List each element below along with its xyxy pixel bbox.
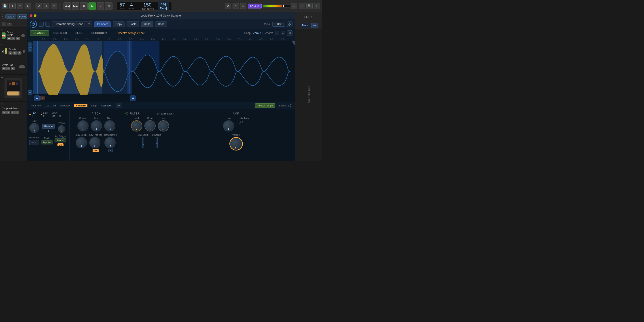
wf-pen-button[interactable]: ✏ bbox=[28, 90, 32, 95]
mixer-button[interactable]: ⊞ bbox=[43, 3, 50, 9]
solaris-toggle[interactable] bbox=[23, 50, 25, 53]
qs-power-button[interactable]: ⏻ bbox=[30, 20, 37, 28]
loop-start-forward-button[interactable]: ▶ bbox=[34, 96, 40, 101]
playback-mode-dropdown[interactable]: Forward bbox=[74, 104, 88, 107]
bend-range-knob[interactable] bbox=[104, 137, 116, 148]
filter-type[interactable]: LP 12dB Lush ↕ bbox=[157, 112, 174, 115]
qs-minimize-button[interactable] bbox=[34, 14, 36, 17]
arrange-button[interactable]: ⊡ bbox=[299, 3, 305, 9]
cycle-button[interactable]: ↻ bbox=[105, 2, 112, 10]
key-tracking-knob[interactable] bbox=[89, 137, 100, 148]
add-track-button[interactable]: + bbox=[2, 22, 6, 26]
lfo1-tab[interactable]: LFO 1 bbox=[29, 112, 38, 118]
wf-bounce-button[interactable]: ⟲ bbox=[28, 48, 32, 52]
gear-button[interactable]: ⚙ bbox=[287, 30, 292, 36]
midi-button[interactable]: 1234 ⚠ bbox=[248, 4, 262, 8]
chopped-brass-mute[interactable]: M bbox=[2, 111, 6, 114]
file-name[interactable]: Orchestra Strings 27.caf bbox=[116, 32, 144, 35]
tab-one-shot[interactable]: ONE SHOT bbox=[50, 30, 71, 36]
time-signature-display[interactable]: 4/4 Dmaj bbox=[158, 1, 169, 11]
close-transport-button[interactable]: ✕ bbox=[225, 3, 231, 9]
coarse-knob[interactable] bbox=[77, 120, 88, 132]
root-key-value[interactable]: C#3 bbox=[45, 104, 50, 107]
drum-synth-mute[interactable]: M bbox=[7, 37, 11, 40]
paste-button[interactable]: Paste bbox=[126, 22, 139, 27]
cutoff-knob[interactable] bbox=[131, 120, 142, 132]
synth-pad-record[interactable]: R bbox=[11, 67, 15, 70]
midi-track-button[interactable]: S bbox=[7, 23, 12, 26]
fine-knob[interactable] bbox=[91, 120, 102, 132]
link-button[interactable]: 🔗 bbox=[287, 22, 292, 27]
solaris-play-btn[interactable]: ▶ bbox=[2, 50, 4, 53]
volume-knob[interactable] bbox=[230, 137, 243, 150]
fade-in-button[interactable]: Fade In bbox=[42, 124, 54, 129]
save-button[interactable]: 💾 bbox=[2, 3, 8, 9]
speed-down[interactable]: ▼ bbox=[290, 106, 292, 107]
waveform-canvas[interactable]: ▶ ✕ ◀ bbox=[33, 41, 295, 102]
env-depth-pitch-knob[interactable] bbox=[76, 137, 87, 148]
pencil-button[interactable]: ✏ bbox=[232, 3, 239, 9]
loop-end-back-button[interactable]: ◀ bbox=[130, 96, 136, 101]
snap-value[interactable]: Zero-X ↕ bbox=[253, 32, 264, 35]
right-link-button[interactable]: ⟺ bbox=[311, 23, 318, 28]
synth-pad-solo[interactable]: S bbox=[6, 67, 10, 70]
drum-synth-solo[interactable]: S bbox=[12, 37, 16, 40]
chopped-brass-record[interactable]: R bbox=[11, 111, 15, 114]
undo-button[interactable]: Undo bbox=[141, 22, 154, 27]
stop-button[interactable]: ■ bbox=[80, 2, 88, 10]
copy-button[interactable]: Copy bbox=[113, 22, 125, 27]
tab-slice[interactable]: SLICE bbox=[72, 30, 87, 36]
reso-knob[interactable] bbox=[144, 120, 156, 132]
functions-button[interactable]: Functions ▾ bbox=[17, 14, 27, 18]
nav-next-button[interactable]: › bbox=[46, 22, 50, 26]
nav-prev-button[interactable]: ‹ bbox=[39, 22, 44, 26]
loop-value[interactable]: Alternate ↕ bbox=[101, 104, 113, 107]
help-button[interactable]: ? bbox=[17, 3, 23, 9]
download-button[interactable]: ⬇ bbox=[24, 3, 31, 9]
solaris-record[interactable]: R bbox=[18, 52, 22, 54]
filter-power-button[interactable] bbox=[126, 112, 128, 115]
mod-matrix-tab[interactable]: MOD MATRIX bbox=[52, 112, 67, 118]
pan-knob[interactable] bbox=[223, 120, 234, 132]
polyphony-value[interactable]: 8 ▲ ▼ bbox=[238, 120, 249, 124]
preset-dropdown[interactable]: Dramatic String Drone ▾ bbox=[52, 21, 92, 27]
follow-tempo-button[interactable]: Follow Tempo bbox=[255, 103, 275, 108]
speed-value[interactable]: 1 bbox=[288, 104, 289, 107]
tab-classic[interactable]: CLASSIC bbox=[30, 30, 49, 36]
synth-pad-mute[interactable]: M bbox=[2, 67, 6, 70]
record-button[interactable]: ● bbox=[96, 2, 104, 10]
tab-recorder[interactable]: RECORDER bbox=[88, 30, 111, 36]
sidebar-cursor-button[interactable]: ↖ bbox=[2, 14, 4, 19]
s-button[interactable]: S bbox=[240, 3, 246, 9]
view-percent[interactable]: 100% ↕ bbox=[272, 22, 285, 26]
drum-synth-toggle[interactable] bbox=[21, 34, 25, 37]
rate-knob[interactable] bbox=[29, 123, 39, 133]
poly-down[interactable]: ▼ bbox=[241, 122, 243, 124]
compare-button[interactable]: Compare bbox=[94, 22, 111, 27]
cut-button[interactable]: ✂ bbox=[51, 3, 57, 9]
undo-transport-button[interactable]: ↺ bbox=[36, 3, 42, 9]
synth-pad-toggle[interactable] bbox=[19, 65, 25, 68]
right-cursor-button[interactable]: ↕ bbox=[304, 15, 309, 19]
zoom-height-button[interactable]: ↕ bbox=[274, 31, 279, 35]
browser-button[interactable]: ⊞ bbox=[314, 3, 320, 9]
rewind-button[interactable]: ◀◀ bbox=[64, 2, 71, 10]
glide-knob[interactable] bbox=[104, 120, 116, 132]
mono-button[interactable]: Mono bbox=[54, 138, 66, 142]
wf-loop-button[interactable]: ↺ bbox=[28, 42, 32, 46]
lfo2-tab[interactable]: LFO 2 bbox=[41, 112, 50, 118]
zoom-width-button[interactable]: ↔ bbox=[281, 31, 285, 35]
solaris-mute[interactable]: M bbox=[8, 52, 12, 54]
info-button[interactable]: ℹ bbox=[10, 3, 16, 9]
right-h-button[interactable]: ↕ bbox=[310, 15, 313, 19]
bipolar-button[interactable]: Bipolar bbox=[41, 140, 53, 144]
cents-value[interactable]: 0 c bbox=[53, 104, 56, 107]
keyscale-slider[interactable] bbox=[151, 137, 162, 148]
list-button[interactable]: ☰ bbox=[291, 3, 298, 9]
search-button[interactable]: 🔍 bbox=[306, 3, 312, 9]
edit-button[interactable]: Edit ▾ bbox=[5, 14, 16, 18]
phase-knob[interactable] bbox=[58, 125, 65, 133]
beat-display[interactable]: Bar ↕ bbox=[300, 23, 310, 28]
waveform-select[interactable]: 〜 ↕ bbox=[29, 140, 39, 145]
play-button[interactable]: ▶ bbox=[88, 2, 96, 10]
